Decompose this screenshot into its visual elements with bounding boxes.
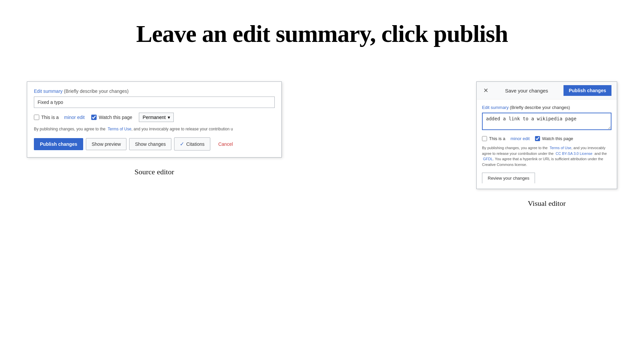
show-preview-button[interactable]: Show preview (86, 138, 126, 150)
cancel-button[interactable]: Cancel (213, 138, 238, 150)
checkmark-icon: ✓ (180, 141, 184, 147)
publish-changes-button[interactable]: Publish changes (34, 138, 83, 150)
minor-edit-checkbox[interactable] (34, 115, 39, 120)
visual-editor-label: Visual editor (476, 199, 617, 208)
ve-checkboxes-row: This is a minor edit Watch this page (482, 136, 611, 141)
ve-edit-summary-link[interactable]: Edit summary (482, 105, 508, 110)
permanent-label: Permanent (143, 115, 165, 120)
edit-summary-hint: (Briefly describe your changes) (64, 88, 128, 94)
permanent-dropdown[interactable]: Permanent ▾ (139, 113, 173, 122)
visual-editor-header: ✕ Save your changes Publish changes (477, 82, 617, 100)
terms-text: By publishing changes, you agree to the … (34, 126, 275, 132)
ve-terms-text: By publishing changes, you agree to the … (482, 145, 611, 167)
editors-container: Edit summary (Briefly describe your chan… (0, 81, 644, 208)
source-editor-box: Edit summary (Briefly describe your chan… (27, 81, 282, 158)
ve-minor-edit-text: This is a (489, 136, 505, 141)
visual-editor-box: ✕ Save your changes Publish changes Edit… (476, 81, 617, 189)
source-buttons-row: Publish changes Show preview Show change… (34, 137, 275, 150)
minor-edit-checkbox-label[interactable]: This is a minor edit (34, 115, 85, 120)
ve-gfdl-link[interactable]: GFDL (483, 157, 493, 161)
visual-editor-body: Edit summary (Briefly describe your chan… (477, 100, 617, 189)
source-editor-label: Source editor (27, 168, 282, 176)
terms-of-use-link[interactable]: Terms of Use (108, 127, 131, 131)
show-changes-button[interactable]: Show changes (129, 138, 171, 150)
page-title: Leave an edit summary, click publish (0, 0, 644, 61)
ve-publish-changes-button[interactable]: Publish changes (564, 85, 611, 96)
review-changes-tab[interactable]: Review your changes (482, 173, 535, 183)
edit-summary-label: Edit summary (Briefly describe your chan… (34, 88, 275, 94)
chevron-down-icon: ▾ (168, 115, 170, 120)
ve-edit-summary-input[interactable] (482, 113, 611, 130)
watch-page-checkbox[interactable] (91, 115, 97, 120)
checkboxes-row: This is a minor edit Watch this page Per… (34, 113, 275, 122)
ve-edit-summary-hint: (Briefly describe your changes) (510, 105, 570, 110)
ve-minor-edit-label[interactable]: This is a minor edit (482, 136, 530, 141)
ve-watch-page-label[interactable]: Watch this page (535, 136, 573, 141)
ve-minor-edit-checkbox[interactable] (482, 136, 487, 141)
ve-terms-prefix: By publishing changes, you agree to the (482, 146, 548, 150)
watch-page-checkbox-label[interactable]: Watch this page (91, 115, 132, 120)
ve-minor-edit-link[interactable]: minor edit (511, 136, 530, 141)
ve-edit-summary-label: Edit summary (Briefly describe your chan… (482, 105, 611, 110)
citations-label: Citations (186, 141, 204, 147)
watch-page-text: Watch this page (99, 115, 132, 120)
close-button[interactable]: ✕ (482, 87, 490, 94)
minor-edit-link[interactable]: minor edit (64, 115, 85, 120)
ve-terms-of-use-link[interactable]: Terms of Use (550, 146, 572, 150)
ve-watch-page-text: Watch this page (542, 136, 573, 141)
minor-edit-text: This is a (41, 115, 59, 120)
ve-cc-license-link[interactable]: CC BY-SA 3.0 License (556, 152, 593, 156)
edit-summary-input[interactable] (34, 97, 275, 108)
visual-editor-wrapper: ✕ Save your changes Publish changes Edit… (476, 81, 617, 208)
edit-summary-link[interactable]: Edit summary (34, 88, 63, 94)
terms-suffix: , and you irrevocably agree to release y… (131, 127, 233, 131)
source-editor-wrapper: Edit summary (Briefly describe your chan… (27, 81, 282, 208)
terms-prefix: By publishing changes, you agree to the (34, 127, 105, 131)
ve-watch-page-checkbox[interactable] (535, 136, 540, 141)
citations-button[interactable]: ✓ Citations (174, 137, 210, 150)
save-changes-title: Save your changes (505, 88, 548, 94)
